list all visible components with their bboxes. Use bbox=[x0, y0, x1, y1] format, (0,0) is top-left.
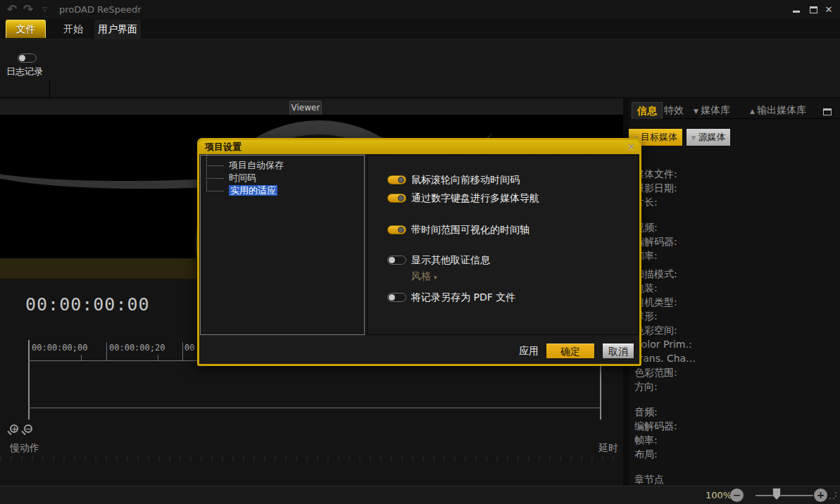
quick-access-dropdown-icon[interactable]: ▽ bbox=[42, 0, 47, 19]
project-settings-dialog: 项目设置 ✕ 项目自动保存 时间码 实用的适应 鼠标滚轮向前移动时间码 通过数字… bbox=[197, 138, 641, 366]
tab-info[interactable]: 信息 bbox=[632, 102, 663, 119]
apply-button[interactable]: 应用 bbox=[515, 343, 543, 359]
minimize-button[interactable] bbox=[790, 4, 803, 15]
option-row: 将记录另存为 PDF 文件 bbox=[368, 292, 635, 303]
info-field: 片长: bbox=[634, 195, 835, 209]
media-info-fields: 媒体文件: 摄影日期: 片长: 视频: 编解码器: 帧率: 扫描模式: 包装: … bbox=[634, 167, 835, 486]
zoom-in-button[interactable]: + bbox=[814, 489, 827, 502]
subtab-source-label: 源媒体 bbox=[698, 132, 725, 142]
mouse-wheel-timecode-toggle[interactable] bbox=[387, 175, 406, 184]
media-info-panel: 信息 特效 ▼媒体库 ▲输出媒体库 ▲目标媒体 ▼源媒体 媒体文件: 摄影日期:… bbox=[629, 99, 840, 486]
tab-media-library[interactable]: ▼媒体库 bbox=[694, 102, 730, 119]
tab-user-interface[interactable]: 用户界面 bbox=[94, 20, 141, 39]
style-dropdown-label: 风格 bbox=[411, 270, 431, 282]
ruler-label: 00 bbox=[184, 343, 194, 353]
timeline-zoom-out-icon[interactable]: − bbox=[24, 424, 32, 433]
dialog-titlebar[interactable]: 项目设置 bbox=[199, 140, 639, 154]
window-titlebar: ↶ ↷ ▽ proDAD ReSpeedr ✕ bbox=[0, 0, 840, 19]
settings-tree: 项目自动保存 时间码 实用的适应 bbox=[200, 155, 365, 335]
timeline-track-line[interactable] bbox=[28, 408, 601, 408]
save-log-pdf-toggle[interactable] bbox=[387, 293, 406, 302]
info-field: 视频: bbox=[634, 220, 835, 234]
option-row: 带时间范围可视化的时间轴 bbox=[368, 225, 635, 236]
toggle-knob bbox=[398, 227, 404, 233]
info-field: 方向: bbox=[634, 379, 835, 393]
resize-grip-icon[interactable] bbox=[828, 491, 838, 500]
chevron-down-icon: ▼ bbox=[691, 134, 696, 141]
viewer-header: Viewer bbox=[0, 99, 623, 115]
minimize-icon bbox=[793, 11, 800, 13]
tab-start[interactable]: 开始 bbox=[52, 20, 94, 39]
undo-icon[interactable]: ↶ bbox=[7, 0, 17, 19]
ruler-tick bbox=[182, 342, 183, 360]
zoom-out-button[interactable]: − bbox=[730, 489, 744, 502]
subtab-target-label: 目标媒体 bbox=[641, 132, 677, 142]
info-field: 摄影日期: bbox=[634, 181, 835, 195]
tab-media-library-label: 媒体库 bbox=[701, 104, 730, 115]
ruler-tick bbox=[158, 355, 158, 360]
log-record-toggle[interactable] bbox=[18, 53, 37, 63]
zoom-slider-track[interactable] bbox=[756, 495, 813, 496]
ruler-label: 00:00:00;20 bbox=[109, 343, 165, 353]
close-button[interactable]: ✕ bbox=[822, 4, 835, 15]
option-label: 鼠标滚轮向前移动时间码 bbox=[411, 174, 520, 187]
tree-item-label: 时间码 bbox=[229, 172, 256, 183]
viewer-tab[interactable]: Viewer bbox=[289, 101, 322, 115]
dialog-close-icon[interactable]: ✕ bbox=[627, 141, 635, 152]
caret-down-icon: ▾ bbox=[434, 274, 437, 281]
maximize-icon bbox=[810, 6, 817, 13]
tab-output-library[interactable]: ▲输出媒体库 bbox=[750, 102, 806, 119]
timeline-minor-ticks bbox=[0, 456, 623, 462]
tree-item-practical-adaptation[interactable]: 实用的适应 bbox=[201, 184, 277, 197]
tab-effects[interactable]: 特效 bbox=[664, 102, 684, 119]
info-field: 布局: bbox=[634, 447, 835, 461]
option-row: 鼠标滚轮向前移动时间码 bbox=[368, 175, 635, 186]
panel-maximize-icon[interactable] bbox=[823, 108, 832, 115]
info-field: 扫描模式: bbox=[634, 267, 835, 281]
option-label: 显示其他取证信息 bbox=[411, 254, 490, 267]
dialog-body: 项目自动保存 时间码 实用的适应 鼠标滚轮向前移动时间码 通过数字键盘进行多媒体… bbox=[199, 154, 639, 364]
tab-file[interactable]: 文件 bbox=[6, 20, 46, 38]
info-field: 色彩空间: bbox=[634, 323, 835, 337]
zoom-slider-handle[interactable] bbox=[772, 488, 781, 500]
timeline-range-visualization-toggle[interactable] bbox=[387, 225, 406, 234]
info-field: 媒体文件: bbox=[634, 167, 835, 181]
log-record-label: 日志记录 bbox=[0, 65, 49, 78]
option-row: 通过数字键盘进行多媒体导航 bbox=[368, 193, 635, 204]
info-field: Color Prim.: bbox=[634, 337, 835, 351]
maximize-button[interactable] bbox=[807, 4, 820, 15]
field-group-gap bbox=[634, 209, 835, 220]
subtab-source-media[interactable]: ▼源媒体 bbox=[687, 129, 730, 146]
toggle-knob bbox=[19, 55, 25, 61]
ruler-tick bbox=[81, 355, 82, 360]
field-group-gap bbox=[634, 393, 835, 405]
toggle-knob bbox=[398, 177, 404, 183]
numpad-navigation-toggle[interactable] bbox=[387, 194, 406, 203]
chevron-up-icon: ▲ bbox=[750, 108, 755, 115]
show-forensic-info-toggle[interactable] bbox=[387, 256, 406, 265]
option-row: 显示其他取证信息 bbox=[368, 255, 635, 266]
timeline-end-line bbox=[600, 360, 601, 420]
style-dropdown[interactable]: 风格▾ bbox=[411, 270, 437, 283]
info-panel-tabs: 信息 特效 ▼媒体库 ▲输出媒体库 bbox=[629, 102, 840, 119]
field-group-gap bbox=[634, 461, 835, 472]
window-title: proDAD ReSpeedr bbox=[59, 0, 142, 19]
chevron-down-icon: ▼ bbox=[694, 108, 698, 115]
redo-icon[interactable]: ↷ bbox=[23, 0, 33, 19]
settings-content: 鼠标滚轮向前移动时间码 通过数字键盘进行多媒体导航 带时间范围可视化的时间轴 显… bbox=[367, 155, 639, 335]
option-label: 带时间范围可视化的时间轴 bbox=[411, 224, 529, 237]
info-field: 色彩范围: bbox=[634, 365, 835, 379]
info-field: 帧率: bbox=[634, 248, 835, 263]
timecode-display: 00:00:00:00 bbox=[25, 294, 150, 315]
ok-button[interactable]: 确定 bbox=[546, 343, 595, 359]
info-field: 相机类型: bbox=[634, 295, 835, 309]
option-label: 将记录另存为 PDF 文件 bbox=[411, 291, 515, 304]
info-field: 球形: bbox=[634, 309, 835, 323]
slow-motion-label: 慢动作 bbox=[10, 442, 39, 455]
toggle-knob bbox=[389, 294, 395, 301]
tree-item-label: 项目自动保存 bbox=[229, 160, 284, 170]
toggle-knob bbox=[398, 195, 404, 201]
app-window: ↶ ↷ ▽ proDAD ReSpeedr ✕ 文件 开始 用户界面 ? i 日… bbox=[0, 0, 840, 504]
cancel-button[interactable]: 取消 bbox=[602, 343, 634, 359]
timeline-zoom-in-icon[interactable]: + bbox=[10, 424, 18, 433]
